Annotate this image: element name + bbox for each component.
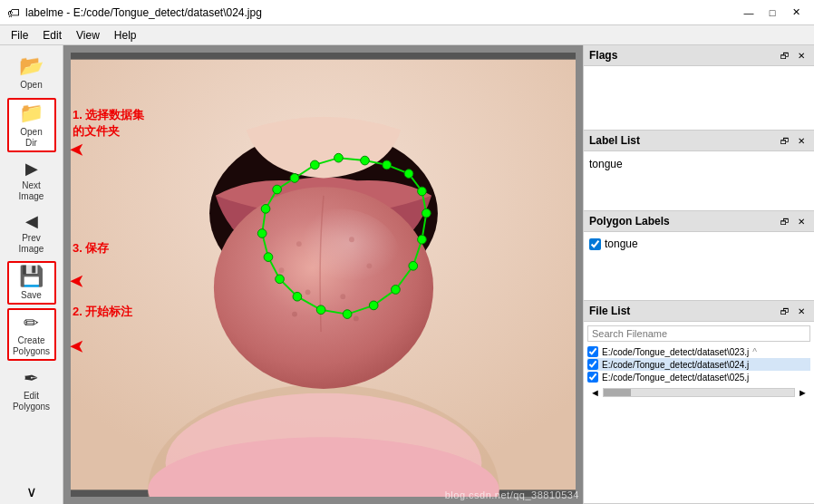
- label-list-section: Label List 🗗 ✕ tongue: [584, 131, 814, 211]
- label-list-header: Label List 🗗 ✕: [584, 131, 814, 151]
- open-dir-button[interactable]: 📁 OpenDir: [7, 98, 56, 152]
- minimize-button[interactable]: —: [738, 4, 760, 22]
- svg-point-8: [349, 237, 354, 242]
- scroll-thumb: [604, 389, 631, 396]
- menu-view[interactable]: View: [69, 27, 107, 44]
- svg-point-28: [343, 310, 352, 319]
- open-dir-icon: 📁: [19, 102, 44, 125]
- svg-point-12: [340, 294, 345, 299]
- tongue-image: [71, 53, 576, 497]
- label-list-restore-button[interactable]: 🗗: [778, 133, 792, 148]
- open-button[interactable]: 📂 Open: [7, 51, 56, 94]
- open-icon: 📂: [19, 54, 44, 78]
- polygon-labels-close-button[interactable]: ✕: [794, 214, 809, 228]
- polygon-tongue-checkbox[interactable]: [589, 238, 601, 250]
- window-title: labelme - E:/code/Tongue_detect/dataset\…: [25, 6, 738, 19]
- svg-point-29: [316, 305, 325, 315]
- file-list-title: File List: [589, 305, 630, 317]
- menu-file[interactable]: File: [4, 27, 35, 44]
- svg-point-26: [392, 286, 401, 295]
- polygon-labels-title: Polygon Labels: [589, 215, 670, 228]
- polygon-labels-controls: 🗗 ✕: [778, 214, 809, 228]
- menu-help[interactable]: Help: [107, 27, 144, 44]
- svg-point-7: [296, 241, 302, 247]
- prev-icon: ◀: [25, 211, 38, 231]
- svg-point-6: [277, 208, 401, 305]
- scroll-track[interactable]: [603, 388, 795, 397]
- file-list-close-button[interactable]: ✕: [794, 304, 809, 318]
- svg-point-31: [276, 275, 285, 284]
- save-icon: 💾: [19, 265, 44, 288]
- label-item-tongue: tongue: [589, 157, 809, 171]
- svg-point-14: [354, 316, 359, 322]
- svg-point-18: [334, 153, 344, 162]
- title-bar: 🏷 labelme - E:/code/Tongue_detect/datase…: [0, 0, 814, 25]
- polygon-labels-restore-button[interactable]: 🗗: [778, 214, 792, 228]
- file-024-checkbox[interactable]: [587, 359, 598, 370]
- create-polygons-button[interactable]: ✏ CreatePolygons: [7, 308, 56, 361]
- next-image-button[interactable]: ▶ NextImage: [7, 156, 56, 205]
- svg-point-9: [279, 267, 285, 273]
- flags-body: [584, 66, 814, 130]
- file-list-scroll: ◄ ►: [587, 387, 810, 398]
- scroll-right-arrow[interactable]: ►: [795, 387, 810, 398]
- window-controls: — □ ✕: [738, 4, 807, 22]
- app-icon: 🏷: [7, 5, 20, 20]
- polygon-labels-body: tongue: [584, 232, 814, 300]
- svg-point-16: [290, 174, 299, 183]
- scroll-left-arrow[interactable]: ◄: [587, 387, 603, 398]
- file-023-checkbox[interactable]: [587, 346, 598, 357]
- flags-header: Flags 🗗 ✕: [584, 45, 814, 66]
- label-list-body: tongue: [584, 151, 814, 210]
- flags-title: Flags: [589, 49, 617, 62]
- svg-point-25: [409, 261, 418, 270]
- menu-edit[interactable]: Edit: [35, 27, 69, 44]
- flags-section: Flags 🗗 ✕: [584, 45, 814, 131]
- file-025-checkbox[interactable]: [587, 372, 598, 383]
- watermark: blog.csdn.net/qq_38810534: [445, 489, 579, 500]
- file-list-controls: 🗗 ✕: [778, 304, 809, 318]
- file-024-name: E:/code/Tongue_detect/dataset\024.j: [602, 360, 749, 370]
- file-item-024[interactable]: E:/code/Tongue_detect/dataset\024.j: [587, 358, 810, 371]
- svg-point-10: [366, 263, 372, 268]
- svg-point-20: [383, 160, 392, 170]
- main-layout: 📂 Open 📁 OpenDir ▶ NextImage ◀ PrevImage…: [0, 45, 814, 504]
- edit-polygon-icon: ✒: [24, 367, 39, 389]
- close-button[interactable]: ✕: [785, 4, 807, 22]
- edit-polygons-button[interactable]: ✒ EditPolygons: [7, 364, 56, 415]
- polygon-labels-header: Polygon Labels 🗗 ✕: [584, 211, 814, 232]
- svg-point-30: [293, 292, 302, 301]
- file-list-header: File List 🗗 ✕: [584, 301, 814, 322]
- label-list-title: Label List: [589, 134, 640, 147]
- flags-restore-button[interactable]: 🗗: [778, 48, 792, 63]
- toolbar-expand-button[interactable]: ∨: [26, 483, 37, 500]
- svg-point-35: [273, 185, 282, 194]
- search-filename-input[interactable]: [587, 325, 810, 342]
- svg-point-27: [369, 301, 378, 310]
- file-025-name: E:/code/Tongue_detect/dataset\025.j: [602, 373, 749, 383]
- svg-point-32: [264, 253, 273, 262]
- polygon-item-tongue: tongue: [589, 237, 809, 250]
- svg-point-13: [292, 312, 297, 317]
- label-list-controls: 🗗 ✕: [778, 133, 809, 148]
- flags-close-button[interactable]: ✕: [794, 48, 809, 63]
- scroll-indicator-1: ^: [752, 347, 757, 357]
- label-list-close-button[interactable]: ✕: [794, 133, 809, 148]
- save-button[interactable]: 💾 Save: [7, 261, 56, 305]
- svg-point-34: [261, 205, 270, 214]
- canvas-area: 1. 选择数据集的文件夹 2. 开始标注 3. 保存 ➤ ➤ ➤: [63, 45, 583, 504]
- file-list-restore-button[interactable]: 🗗: [778, 304, 792, 318]
- file-item-023: E:/code/Tongue_detect/dataset\023.j ^: [587, 345, 810, 358]
- image-container: [71, 53, 576, 497]
- maximize-button[interactable]: □: [761, 4, 783, 22]
- right-panel: Flags 🗗 ✕ Label List 🗗 ✕ tongue: [583, 45, 814, 504]
- create-polygon-icon: ✏: [24, 312, 39, 334]
- svg-point-19: [361, 156, 370, 165]
- file-023-name: E:/code/Tongue_detect/dataset\023.j: [602, 347, 749, 357]
- menu-bar: File Edit View Help: [0, 25, 814, 45]
- prev-image-button[interactable]: ◀ PrevImage: [7, 208, 56, 257]
- polygon-tongue-label: tongue: [605, 237, 638, 250]
- svg-point-11: [305, 289, 311, 295]
- next-icon: ▶: [25, 159, 38, 179]
- svg-point-17: [310, 160, 319, 170]
